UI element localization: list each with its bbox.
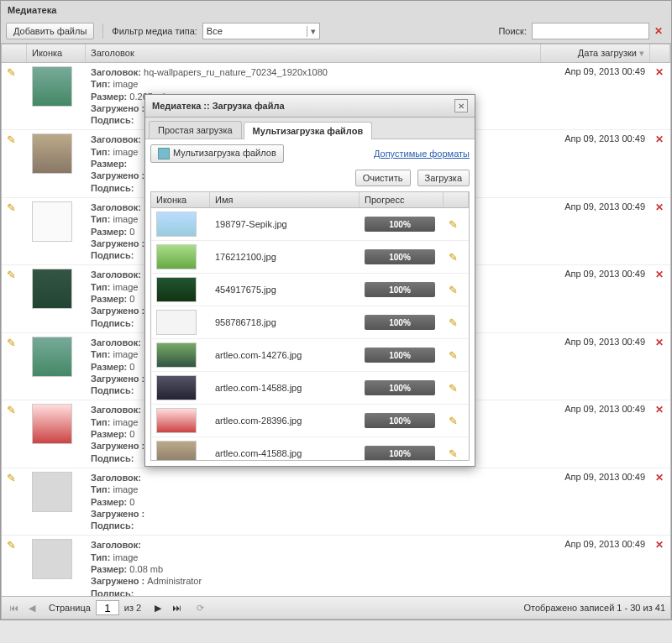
thumbnail (156, 212, 197, 237)
panel-title: Медиатека (1, 1, 671, 19)
close-icon[interactable]: ✕ (454, 99, 468, 112)
last-page-button[interactable]: ⏭ (170, 601, 183, 614)
thumbnail[interactable] (32, 269, 72, 309)
edit-icon[interactable] (7, 539, 18, 551)
edit-icon[interactable] (7, 201, 18, 213)
date-cell: Апр 09, 2013 00:49 (541, 198, 650, 264)
date-cell: Апр 09, 2013 00:49 (541, 333, 650, 400)
edit-icon[interactable] (449, 218, 460, 230)
upload-icon (158, 148, 170, 159)
date-cell: Апр 09, 2013 00:49 (541, 130, 650, 196)
edit-icon[interactable] (7, 404, 18, 416)
date-cell: Апр 09, 2013 00:49 (541, 400, 650, 467)
upload-row[interactable]: 454917675.jpg100% (151, 274, 469, 306)
edit-icon[interactable] (449, 415, 460, 426)
search-input[interactable] (532, 23, 649, 39)
edit-icon[interactable] (7, 66, 18, 78)
edit-icon[interactable] (449, 382, 460, 394)
allowed-formats-link[interactable]: Допустимые форматы (374, 149, 470, 159)
page-input[interactable] (96, 600, 119, 615)
thumbnail (156, 310, 197, 335)
edit-icon[interactable] (7, 133, 18, 145)
thumbnail[interactable] (32, 201, 72, 242)
thumbnail (156, 244, 197, 269)
upload-grid-body[interactable]: 198797-Sepik.jpg100%176212100.jpg100%454… (151, 208, 469, 460)
edit-icon[interactable] (449, 447, 460, 459)
date-cell: Апр 09, 2013 00:49 (541, 536, 650, 596)
clear-button[interactable]: Очистить (355, 170, 411, 186)
upload-row[interactable]: 958786718.jpg100% (151, 306, 469, 339)
display-info: Отображено записей 1 - 30 из 41 (523, 603, 665, 613)
table-row[interactable]: Заголовок: Тип: imageРазмер: 0.08 mbЗагр… (2, 536, 670, 596)
refresh-button[interactable]: ⟳ (193, 601, 207, 614)
delete-icon[interactable] (655, 539, 665, 551)
upload-row[interactable]: 176212100.jpg100% (151, 241, 469, 274)
edit-icon[interactable] (449, 316, 460, 328)
thumbnail[interactable] (32, 133, 72, 174)
thumbnail[interactable] (32, 539, 72, 579)
thumbnail (156, 342, 197, 368)
date-cell: Апр 09, 2013 00:49 (541, 63, 650, 129)
progress-bar: 100% (365, 249, 435, 264)
edit-icon[interactable] (7, 472, 18, 484)
file-name: 198797-Sepik.jpg (210, 217, 360, 231)
delete-icon[interactable] (655, 472, 665, 484)
delete-icon[interactable] (655, 201, 665, 213)
delete-icon[interactable] (655, 269, 665, 280)
edit-icon[interactable] (7, 269, 18, 280)
col-icon[interactable]: Иконка (27, 44, 86, 62)
thumbnail[interactable] (32, 66, 72, 107)
edit-icon[interactable] (449, 349, 460, 361)
delete-icon[interactable] (655, 337, 665, 348)
prev-page-button[interactable]: ◀ (25, 601, 39, 614)
upload-row[interactable]: artleo.com-28396.jpg100% (151, 405, 469, 437)
ucol-name[interactable]: Имя (210, 192, 360, 207)
meta-block: Заголовок: Тип: imageРазмер: 0.08 mbЗагр… (86, 536, 541, 596)
thumbnail[interactable] (32, 337, 72, 377)
next-page-button[interactable]: ▶ (151, 601, 165, 614)
dialog-header[interactable]: Медиатека :: Загрузка файла ✕ (145, 95, 475, 118)
filter-type-value: Все (207, 26, 223, 36)
delete-icon[interactable] (655, 66, 665, 78)
first-page-button[interactable]: ⏮ (7, 601, 20, 614)
file-name: 176212100.jpg (210, 250, 360, 264)
thumbnail (156, 277, 197, 302)
upload-row[interactable]: 198797-Sepik.jpg100% (151, 208, 469, 241)
delete-icon[interactable] (655, 404, 665, 416)
upload-row[interactable]: artleo.com-14276.jpg100% (151, 339, 469, 372)
file-name: 958786718.jpg (210, 316, 360, 329)
filter-type-select[interactable]: Все ▾ (202, 23, 320, 39)
tab-multi-upload[interactable]: Мультизагрузка файлов (244, 122, 373, 139)
thumbnail[interactable] (32, 472, 72, 512)
grid-header: Иконка Заголовок Дата загрузки ▾ (2, 44, 670, 63)
chevron-down-icon: ▾ (307, 26, 316, 37)
add-files-button[interactable]: Добавить файлы (6, 23, 94, 39)
ucol-icon[interactable]: Иконка (151, 192, 210, 207)
progress-bar: 100% (365, 217, 435, 232)
col-title[interactable]: Заголовок (86, 44, 541, 62)
delete-icon[interactable] (655, 133, 665, 145)
toolbar-separator (102, 24, 103, 39)
progress-bar: 100% (365, 413, 435, 428)
edit-icon[interactable] (7, 337, 18, 348)
edit-icon[interactable] (449, 284, 460, 295)
file-name: artleo.com-14588.jpg (210, 381, 360, 395)
grid-footer: ⏮ ◀ Страница из 2 ▶ ⏭ ⟳ Отображено запис… (2, 596, 670, 619)
search-label: Поиск: (498, 26, 527, 36)
main-toolbar: Добавить файлы Фильтр медиа типа: Все ▾ … (1, 19, 671, 44)
multi-upload-button[interactable]: Мультизагрузка файлов (150, 144, 284, 163)
thumbnail[interactable] (32, 404, 72, 444)
tab-simple-upload[interactable]: Простая загрузка (149, 121, 242, 139)
ucol-progress[interactable]: Прогресс (360, 192, 444, 207)
upload-row[interactable]: artleo.com-14588.jpg100% (151, 372, 469, 405)
file-name: artleo.com-41588.jpg (210, 447, 360, 460)
col-date[interactable]: Дата загрузки ▾ (541, 44, 650, 62)
upload-row[interactable]: artleo.com-41588.jpg100% (151, 437, 469, 460)
table-row[interactable]: Заголовок: Тип: imageРазмер: 0Загружено … (2, 468, 670, 536)
upload-button[interactable]: Загрузка (417, 170, 470, 186)
progress-bar: 100% (365, 446, 435, 460)
meta-block: Заголовок: Тип: imageРазмер: 0Загружено … (86, 468, 541, 535)
clear-search-icon[interactable] (654, 25, 666, 37)
edit-icon[interactable] (449, 251, 460, 263)
thumbnail (156, 408, 197, 433)
